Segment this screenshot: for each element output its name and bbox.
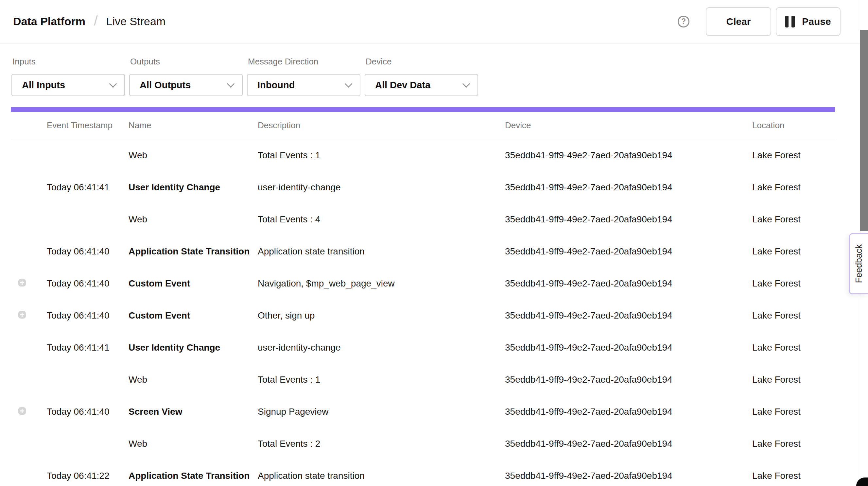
pause-button-label: Pause — [802, 16, 831, 27]
feedback-tab[interactable]: Feedback — [849, 233, 868, 294]
breadcrumb: Data Platform / Live Stream — [13, 14, 165, 29]
column-header-event-timestamp: Event Timestamp — [47, 120, 128, 130]
cell-location: Lake Forest — [752, 438, 868, 449]
cell-description: user-identity-change — [258, 342, 505, 353]
cell-timestamp: Today 06:41:41 — [47, 342, 128, 353]
table-row[interactable]: Today 06:41:41 User Identity Change user… — [0, 332, 868, 364]
cell-location: Lake Forest — [752, 214, 868, 225]
help-icon[interactable]: ? — [678, 16, 689, 28]
row-expand-cell — [0, 310, 47, 321]
cell-device: 35eddb41-9ff9-49e2-7aed-20afa90eb194 — [505, 406, 752, 417]
device-dropdown[interactable]: All Dev Data — [365, 74, 478, 96]
table-row[interactable]: Web Total Events : 2 35eddb41-9ff9-49e2-… — [0, 428, 868, 460]
cell-location: Lake Forest — [752, 150, 868, 160]
breadcrumb-separator: / — [94, 13, 98, 29]
chevron-down-icon — [462, 80, 470, 88]
filter-bar: Inputs All Inputs Outputs All Outputs Me… — [0, 43, 868, 96]
page-header: Data Platform / Live Stream ? Clear Paus… — [0, 0, 868, 43]
cell-name: User Identity Change — [128, 182, 258, 193]
cell-description: Total Events : 4 — [258, 214, 505, 225]
filter-message-direction: Message Direction Inbound — [247, 57, 361, 96]
cell-timestamp: Today 06:41:22 — [47, 470, 128, 481]
row-expand-cell — [0, 150, 47, 160]
table-row[interactable]: Today 06:41:40 Application State Transit… — [0, 236, 868, 268]
column-header-device: Device — [505, 120, 752, 130]
cell-device: 35eddb41-9ff9-49e2-7aed-20afa90eb194 — [505, 246, 752, 257]
cell-location: Lake Forest — [752, 310, 868, 321]
cell-name: User Identity Change — [128, 342, 258, 353]
scrollbar-thumb[interactable] — [860, 30, 868, 231]
cell-description: Application state transition — [258, 246, 505, 257]
cell-name: Web — [128, 438, 258, 449]
chevron-down-icon — [109, 80, 117, 88]
cell-device: 35eddb41-9ff9-49e2-7aed-20afa90eb194 — [505, 150, 752, 160]
outputs-dropdown-value: All Outputs — [140, 80, 191, 91]
page-title: Live Stream — [106, 15, 165, 28]
row-expand-cell — [0, 406, 47, 417]
cell-description: Signup Pageview — [258, 406, 505, 417]
cell-description: user-identity-change — [258, 182, 505, 193]
table-header: Event Timestamp Name Description Device … — [11, 112, 835, 139]
filter-device-label: Device — [365, 57, 478, 67]
clear-button[interactable]: Clear — [706, 7, 771, 36]
chevron-down-icon — [344, 80, 352, 88]
cell-name: Application State Transition — [128, 246, 258, 257]
header-actions: ? Clear Pause — [678, 7, 840, 36]
cell-location: Lake Forest — [752, 342, 868, 353]
table-row[interactable]: Web Total Events : 1 35eddb41-9ff9-49e2-… — [0, 364, 868, 396]
column-header-description: Description — [258, 120, 505, 130]
cell-name: Web — [128, 214, 258, 225]
pause-icon — [785, 16, 795, 28]
filter-device: Device All Dev Data — [365, 57, 478, 96]
pause-button[interactable]: Pause — [776, 7, 840, 36]
expand-plus-icon[interactable] — [18, 311, 26, 318]
row-expand-cell — [0, 470, 47, 481]
table-row[interactable]: Web Total Events : 1 35eddb41-9ff9-49e2-… — [0, 139, 868, 171]
table-row[interactable]: Today 06:41:40 Custom Event Navigation, … — [0, 268, 868, 300]
filter-inputs: Inputs All Inputs — [11, 57, 125, 96]
message-direction-dropdown[interactable]: Inbound — [247, 74, 361, 96]
inputs-dropdown-value: All Inputs — [22, 80, 65, 91]
expand-plus-icon[interactable] — [18, 279, 26, 286]
accent-divider — [11, 107, 835, 112]
column-header-location: Location — [752, 120, 835, 130]
cell-name: Custom Event — [128, 310, 258, 321]
expand-plus-icon[interactable] — [18, 407, 26, 415]
row-expand-cell — [0, 246, 47, 257]
clear-button-label: Clear — [726, 16, 751, 27]
cell-description: Other, sign up — [258, 310, 505, 321]
column-header-name: Name — [128, 120, 258, 130]
table-row[interactable]: Today 06:41:22 Application State Transit… — [0, 460, 868, 486]
chevron-down-icon — [227, 80, 235, 88]
row-expand-cell — [0, 374, 47, 385]
inputs-dropdown[interactable]: All Inputs — [11, 74, 125, 96]
cell-description: Application state transition — [258, 470, 505, 481]
table-row[interactable]: Today 06:41:40 Screen View Signup Pagevi… — [0, 396, 868, 428]
cell-description: Navigation, $mp_web_page_view — [258, 278, 505, 289]
cell-device: 35eddb41-9ff9-49e2-7aed-20afa90eb194 — [505, 182, 752, 193]
cell-device: 35eddb41-9ff9-49e2-7aed-20afa90eb194 — [505, 278, 752, 289]
cell-device: 35eddb41-9ff9-49e2-7aed-20afa90eb194 — [505, 374, 752, 385]
row-expand-cell — [0, 342, 47, 353]
filter-message-direction-label: Message Direction — [247, 57, 361, 67]
filter-outputs-label: Outputs — [129, 57, 243, 67]
row-expand-cell — [0, 214, 47, 225]
cell-timestamp: Today 06:41:40 — [47, 278, 128, 289]
cell-timestamp: Today 06:41:40 — [47, 406, 128, 417]
cell-name: Screen View — [128, 406, 258, 417]
table-row[interactable]: Today 06:41:41 User Identity Change user… — [0, 171, 868, 204]
cell-device: 35eddb41-9ff9-49e2-7aed-20afa90eb194 — [505, 438, 752, 449]
cell-timestamp: Today 06:41:40 — [47, 246, 128, 257]
filter-outputs: Outputs All Outputs — [129, 57, 243, 96]
cell-device: 35eddb41-9ff9-49e2-7aed-20afa90eb194 — [505, 310, 752, 321]
cell-description: Total Events : 2 — [258, 438, 505, 449]
cell-location: Lake Forest — [752, 470, 868, 481]
row-expand-cell — [0, 438, 47, 449]
outputs-dropdown[interactable]: All Outputs — [129, 74, 243, 96]
cell-location: Lake Forest — [752, 406, 868, 417]
breadcrumb-section[interactable]: Data Platform — [13, 15, 85, 28]
table-body: Web Total Events : 1 35eddb41-9ff9-49e2-… — [0, 139, 868, 486]
table-row[interactable]: Web Total Events : 4 35eddb41-9ff9-49e2-… — [0, 204, 868, 236]
table-row[interactable]: Today 06:41:40 Custom Event Other, sign … — [0, 300, 868, 332]
cell-description: Total Events : 1 — [258, 374, 505, 385]
